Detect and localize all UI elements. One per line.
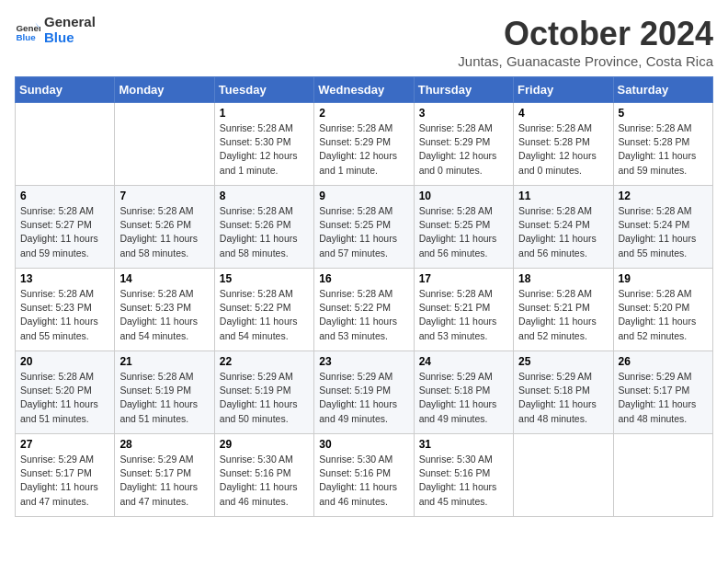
day-number: 30	[319, 438, 408, 451]
weekday-header-monday: Monday	[115, 77, 214, 103]
day-number: 23	[319, 355, 408, 368]
day-info: Sunrise: 5:29 AMSunset: 5:17 PMDaylight:…	[119, 453, 209, 509]
day-info: Sunrise: 5:28 AMSunset: 5:27 PMDaylight:…	[20, 204, 109, 260]
calendar-cell	[115, 103, 214, 186]
calendar-cell: 8Sunrise: 5:28 AMSunset: 5:26 PMDaylight…	[214, 186, 313, 269]
day-info: Sunrise: 5:28 AMSunset: 5:21 PMDaylight:…	[518, 287, 608, 343]
day-number: 3	[419, 107, 508, 120]
logo: General Blue General Blue	[15, 15, 96, 45]
day-info: Sunrise: 5:28 AMSunset: 5:24 PMDaylight:…	[619, 204, 708, 260]
day-number: 12	[619, 190, 708, 202]
calendar-cell	[514, 434, 613, 517]
calendar-cell: 18Sunrise: 5:28 AMSunset: 5:21 PMDayligh…	[514, 269, 613, 351]
day-number: 9	[319, 190, 408, 202]
calendar-cell: 30Sunrise: 5:30 AMSunset: 5:16 PMDayligh…	[314, 434, 414, 517]
calendar-cell: 3Sunrise: 5:28 AMSunset: 5:29 PMDaylight…	[414, 103, 513, 186]
calendar-cell: 2Sunrise: 5:28 AMSunset: 5:29 PMDaylight…	[314, 103, 414, 186]
day-info: Sunrise: 5:30 AMSunset: 5:16 PMDaylight:…	[419, 453, 508, 509]
calendar-cell: 29Sunrise: 5:30 AMSunset: 5:16 PMDayligh…	[214, 434, 313, 517]
calendar-cell: 19Sunrise: 5:28 AMSunset: 5:20 PMDayligh…	[613, 269, 712, 351]
calendar-cell: 20Sunrise: 5:28 AMSunset: 5:20 PMDayligh…	[16, 351, 115, 434]
calendar-cell: 4Sunrise: 5:28 AMSunset: 5:28 PMDaylight…	[514, 103, 613, 186]
day-info: Sunrise: 5:28 AMSunset: 5:23 PMDaylight:…	[20, 287, 109, 343]
day-number: 2	[319, 107, 408, 120]
day-number: 26	[619, 355, 708, 368]
calendar-cell: 17Sunrise: 5:28 AMSunset: 5:21 PMDayligh…	[414, 269, 513, 351]
calendar-cell: 13Sunrise: 5:28 AMSunset: 5:23 PMDayligh…	[16, 269, 115, 351]
calendar-cell: 10Sunrise: 5:28 AMSunset: 5:25 PMDayligh…	[414, 186, 513, 269]
calendar-cell: 1Sunrise: 5:28 AMSunset: 5:30 PMDaylight…	[214, 103, 313, 186]
month-title: October 2024	[458, 15, 713, 53]
day-info: Sunrise: 5:29 AMSunset: 5:17 PMDaylight:…	[619, 370, 708, 426]
calendar-cell: 5Sunrise: 5:28 AMSunset: 5:28 PMDaylight…	[613, 103, 712, 186]
calendar-cell: 27Sunrise: 5:29 AMSunset: 5:17 PMDayligh…	[16, 434, 115, 517]
day-info: Sunrise: 5:28 AMSunset: 5:28 PMDaylight:…	[518, 121, 608, 178]
day-info: Sunrise: 5:28 AMSunset: 5:28 PMDaylight:…	[619, 121, 708, 178]
day-info: Sunrise: 5:28 AMSunset: 5:30 PMDaylight:…	[220, 121, 309, 178]
day-number: 20	[20, 355, 109, 368]
day-number: 21	[119, 355, 209, 368]
calendar-cell: 22Sunrise: 5:29 AMSunset: 5:19 PMDayligh…	[214, 351, 313, 434]
calendar-cell: 12Sunrise: 5:28 AMSunset: 5:24 PMDayligh…	[613, 186, 712, 269]
day-info: Sunrise: 5:29 AMSunset: 5:19 PMDaylight:…	[220, 370, 309, 426]
svg-text:Blue: Blue	[16, 32, 36, 42]
weekday-header-wednesday: Wednesday	[314, 77, 414, 103]
day-number: 19	[619, 272, 708, 285]
logo-line1: General	[44, 15, 96, 30]
calendar-cell: 24Sunrise: 5:29 AMSunset: 5:18 PMDayligh…	[414, 351, 513, 434]
day-info: Sunrise: 5:28 AMSunset: 5:24 PMDaylight:…	[518, 204, 608, 260]
calendar-cell: 21Sunrise: 5:28 AMSunset: 5:19 PMDayligh…	[115, 351, 214, 434]
calendar-cell: 25Sunrise: 5:29 AMSunset: 5:18 PMDayligh…	[514, 351, 613, 434]
day-info: Sunrise: 5:28 AMSunset: 5:19 PMDaylight:…	[119, 370, 209, 426]
day-info: Sunrise: 5:28 AMSunset: 5:29 PMDaylight:…	[319, 121, 408, 178]
day-info: Sunrise: 5:28 AMSunset: 5:22 PMDaylight:…	[220, 287, 309, 343]
day-info: Sunrise: 5:28 AMSunset: 5:29 PMDaylight:…	[419, 121, 508, 178]
day-info: Sunrise: 5:28 AMSunset: 5:25 PMDaylight:…	[419, 204, 508, 260]
day-number: 29	[220, 438, 309, 451]
weekday-header-tuesday: Tuesday	[214, 77, 313, 103]
day-number: 28	[119, 438, 209, 451]
weekday-header-thursday: Thursday	[414, 77, 513, 103]
day-info: Sunrise: 5:30 AMSunset: 5:16 PMDaylight:…	[220, 453, 309, 509]
day-info: Sunrise: 5:28 AMSunset: 5:22 PMDaylight:…	[319, 287, 408, 343]
day-number: 11	[518, 190, 608, 202]
day-number: 17	[419, 272, 508, 285]
day-number: 18	[518, 272, 608, 285]
day-number: 15	[220, 272, 309, 285]
day-number: 22	[220, 355, 309, 368]
day-number: 6	[20, 190, 109, 202]
calendar-cell: 7Sunrise: 5:28 AMSunset: 5:26 PMDaylight…	[115, 186, 214, 269]
day-info: Sunrise: 5:30 AMSunset: 5:16 PMDaylight:…	[319, 453, 408, 509]
day-number: 10	[419, 190, 508, 202]
title-block: October 2024 Juntas, Guanacaste Province…	[458, 15, 713, 69]
day-number: 8	[220, 190, 309, 202]
day-number: 16	[319, 272, 408, 285]
calendar-cell: 9Sunrise: 5:28 AMSunset: 5:25 PMDaylight…	[314, 186, 414, 269]
calendar-cell: 28Sunrise: 5:29 AMSunset: 5:17 PMDayligh…	[115, 434, 214, 517]
day-number: 1	[220, 107, 309, 120]
day-number: 31	[419, 438, 508, 451]
day-number: 14	[119, 272, 209, 285]
calendar-cell: 26Sunrise: 5:29 AMSunset: 5:17 PMDayligh…	[613, 351, 712, 434]
weekday-header-saturday: Saturday	[613, 77, 712, 103]
day-number: 27	[20, 438, 109, 451]
day-info: Sunrise: 5:28 AMSunset: 5:25 PMDaylight:…	[319, 204, 408, 260]
weekday-header-sunday: Sunday	[16, 77, 115, 103]
logo-line2: Blue	[44, 30, 96, 46]
day-number: 24	[419, 355, 508, 368]
day-number: 4	[518, 107, 608, 120]
calendar-cell: 15Sunrise: 5:28 AMSunset: 5:22 PMDayligh…	[214, 269, 313, 351]
calendar-cell: 31Sunrise: 5:30 AMSunset: 5:16 PMDayligh…	[414, 434, 513, 517]
calendar-cell: 14Sunrise: 5:28 AMSunset: 5:23 PMDayligh…	[115, 269, 214, 351]
day-info: Sunrise: 5:28 AMSunset: 5:21 PMDaylight:…	[419, 287, 508, 343]
day-info: Sunrise: 5:28 AMSunset: 5:26 PMDaylight:…	[220, 204, 309, 260]
day-number: 7	[119, 190, 209, 202]
day-info: Sunrise: 5:29 AMSunset: 5:19 PMDaylight:…	[319, 370, 408, 426]
calendar-cell	[16, 103, 115, 186]
day-number: 25	[518, 355, 608, 368]
day-info: Sunrise: 5:28 AMSunset: 5:20 PMDaylight:…	[619, 287, 708, 343]
day-info: Sunrise: 5:29 AMSunset: 5:17 PMDaylight:…	[20, 453, 109, 509]
logo-icon: General Blue	[15, 17, 40, 43]
calendar-cell	[613, 434, 712, 517]
subtitle: Juntas, Guanacaste Province, Costa Rica	[458, 53, 713, 69]
